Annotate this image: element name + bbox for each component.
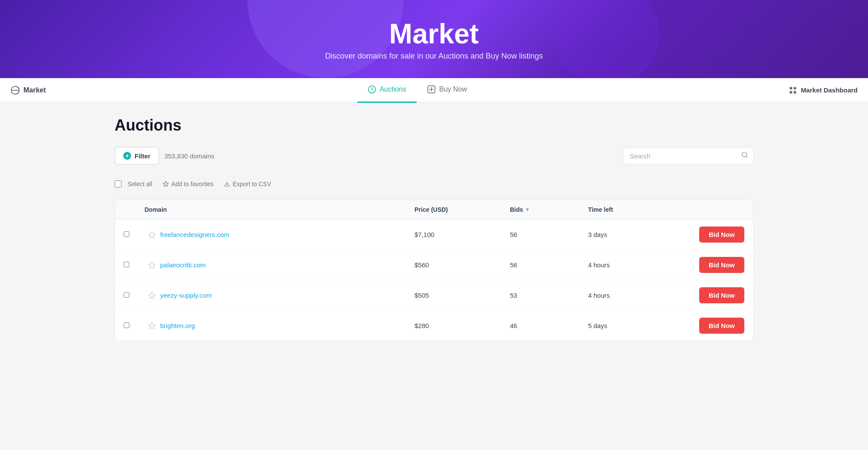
svg-marker-12 xyxy=(149,262,155,268)
domain-link-3[interactable]: brighten.org xyxy=(160,322,195,329)
action-cell-1: Bid Now xyxy=(675,257,744,273)
row-favorite-icon-2[interactable] xyxy=(148,292,156,299)
select-all-button[interactable]: Select all xyxy=(123,179,157,189)
download-icon xyxy=(224,181,230,187)
bids-cell-0: 56 xyxy=(510,231,588,238)
domain-cell-0: freelancedesigners.com xyxy=(145,231,414,239)
svg-rect-4 xyxy=(794,87,796,89)
svg-rect-5 xyxy=(790,91,792,93)
row-checkbox-1[interactable] xyxy=(124,262,129,267)
hero-subtitle: Discover domains for sale in our Auction… xyxy=(325,52,543,61)
row-checkbox-cell xyxy=(124,292,145,299)
search-input[interactable] xyxy=(623,148,753,164)
svg-marker-11 xyxy=(149,231,155,237)
action-cell-3: Bid Now xyxy=(675,318,744,334)
page-title: Auctions xyxy=(115,116,753,135)
export-csv-button[interactable]: Export to CSV xyxy=(220,179,276,189)
svg-marker-9 xyxy=(163,181,168,186)
domain-cell-2: yeezy-supply.com xyxy=(145,292,414,299)
domain-cell-3: brighten.org xyxy=(145,322,414,330)
row-checkbox-cell xyxy=(124,231,145,239)
table-row: palaeocritti.com $560 56 4 hours Bid Now xyxy=(115,250,753,280)
row-favorite-icon-0[interactable] xyxy=(148,231,156,239)
market-brand-icon xyxy=(10,85,20,95)
favorites-label: Add to favorites xyxy=(171,181,214,187)
tab-buynow[interactable]: Buy Now xyxy=(417,77,477,103)
dashboard-icon xyxy=(789,86,797,95)
time-cell-0: 3 days xyxy=(588,231,675,238)
add-favorites-button[interactable]: Add to favorites xyxy=(158,179,218,189)
tab-auctions-label: Auctions xyxy=(380,85,406,93)
row-checkbox-3[interactable] xyxy=(124,322,129,328)
bids-sort-icon: ▼ xyxy=(525,207,530,213)
domains-count: 353,830 domains xyxy=(164,152,214,160)
action-cell-2: Bid Now xyxy=(675,287,744,303)
row-checkbox-2[interactable] xyxy=(124,292,129,298)
table-row: brighten.org $280 46 5 days Bid Now xyxy=(115,311,753,341)
domain-link-1[interactable]: palaeocritti.com xyxy=(160,261,206,269)
bids-cell-1: 56 xyxy=(510,261,588,269)
row-checkbox-cell xyxy=(124,261,145,269)
search-container xyxy=(623,148,753,164)
domain-cell-1: palaeocritti.com xyxy=(145,261,414,269)
select-all-checkbox[interactable] xyxy=(115,181,122,187)
price-cell-2: $505 xyxy=(414,292,510,299)
th-bids[interactable]: Bids ▼ xyxy=(510,206,588,213)
th-time-left: Time left xyxy=(588,206,675,213)
search-submit-button[interactable] xyxy=(741,151,748,160)
hero-title: Market xyxy=(389,18,479,50)
bid-button-3[interactable]: Bid Now xyxy=(699,318,744,334)
domain-link-0[interactable]: freelancedesigners.com xyxy=(160,231,229,238)
svg-rect-6 xyxy=(794,91,796,93)
svg-point-7 xyxy=(742,152,747,157)
price-cell-0: $7,100 xyxy=(414,231,510,238)
filter-label: Filter xyxy=(135,152,151,160)
table-header: Domain Price (USD) Bids ▼ Time left xyxy=(115,200,753,220)
filter-plus-icon: + xyxy=(123,152,131,160)
row-favorite-icon-3[interactable] xyxy=(148,322,156,330)
nav-brand-label: Market xyxy=(23,86,46,94)
export-label: Export to CSV xyxy=(233,181,271,187)
svg-line-8 xyxy=(746,156,747,158)
th-price: Price (USD) xyxy=(414,206,510,213)
action-cell-0: Bid Now xyxy=(675,227,744,243)
time-cell-2: 4 hours xyxy=(588,292,675,299)
nav-bar: Market Auctions Buy Now Market Dashboard xyxy=(0,78,868,102)
nav-brand[interactable]: Market xyxy=(10,85,46,95)
main-content: Auctions + Filter 353,830 domains Select… xyxy=(104,102,764,355)
row-checkbox-cell xyxy=(124,322,145,330)
bid-button-0[interactable]: Bid Now xyxy=(699,227,744,243)
price-cell-1: $560 xyxy=(414,261,510,269)
time-cell-1: 4 hours xyxy=(588,261,675,269)
filter-left: + Filter 353,830 domains xyxy=(115,147,214,165)
nav-tabs: Auctions Buy Now xyxy=(46,77,789,103)
table-row: freelancedesigners.com $7,100 56 3 days … xyxy=(115,220,753,250)
bids-cell-3: 46 xyxy=(510,322,588,329)
filter-button[interactable]: + Filter xyxy=(115,147,159,165)
svg-marker-14 xyxy=(149,322,155,328)
bid-button-2[interactable]: Bid Now xyxy=(699,287,744,303)
svg-marker-13 xyxy=(149,292,155,298)
bids-cell-2: 53 xyxy=(510,292,588,299)
market-dashboard-link[interactable]: Market Dashboard xyxy=(789,86,858,95)
hero-banner: Market Discover domains for sale in our … xyxy=(0,0,868,78)
select-all-label: Select all xyxy=(128,181,152,187)
buynow-tab-icon xyxy=(427,85,436,94)
time-cell-3: 5 days xyxy=(588,322,675,329)
price-cell-3: $280 xyxy=(414,322,510,329)
bid-button-1[interactable]: Bid Now xyxy=(699,257,744,273)
row-favorite-icon-1[interactable] xyxy=(148,261,156,269)
auctions-tab-icon xyxy=(368,85,376,94)
search-icon xyxy=(741,151,748,158)
bulk-actions: Select all Add to favorites Export to CS… xyxy=(115,175,753,193)
domain-table: Domain Price (USD) Bids ▼ Time left xyxy=(115,200,753,341)
row-checkbox-0[interactable] xyxy=(124,231,129,237)
domain-link-2[interactable]: yeezy-supply.com xyxy=(160,292,212,299)
svg-rect-3 xyxy=(790,87,792,89)
star-icon xyxy=(163,181,169,187)
dashboard-label: Market Dashboard xyxy=(801,86,858,94)
filter-bar: + Filter 353,830 domains xyxy=(115,147,753,165)
tab-buynow-label: Buy Now xyxy=(439,85,467,93)
tab-auctions[interactable]: Auctions xyxy=(357,77,417,103)
th-domain: Domain xyxy=(145,206,414,213)
